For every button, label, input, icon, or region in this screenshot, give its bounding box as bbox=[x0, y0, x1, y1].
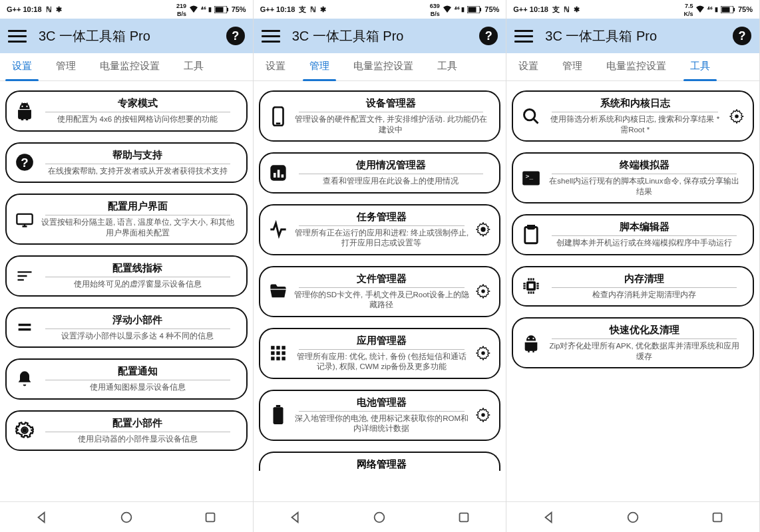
svg-rect-23 bbox=[282, 346, 285, 349]
svg-rect-28 bbox=[276, 357, 280, 360]
card-app-manager[interactable]: 应用管理器管理所有应用: 优化, 统计, 备份 (包括短信和通话记录), 权限,… bbox=[259, 328, 501, 379]
svg-point-49 bbox=[628, 512, 638, 522]
svg-rect-21 bbox=[271, 346, 274, 349]
card-configure-ui[interactable]: 配置用户界面设置按钮和分隔主题, 语言, 温度单位, 文字大小, 和其他用户界面… bbox=[5, 194, 248, 245]
cpu-icon bbox=[520, 275, 542, 297]
svg-point-40 bbox=[735, 114, 739, 118]
tab-battery[interactable]: 电量监控设置 bbox=[341, 53, 425, 80]
wifi-icon bbox=[443, 5, 452, 13]
svg-rect-37 bbox=[721, 7, 729, 12]
battery-icon bbox=[267, 404, 289, 426]
svg-point-8 bbox=[23, 428, 27, 433]
card-quick-optimize[interactable]: 快速优化及清理Zip对齐化处理所有APK, 优化数据库并清理系统和应用缓存 bbox=[512, 317, 754, 368]
nav-recent[interactable] bbox=[457, 510, 471, 525]
navbar bbox=[0, 501, 253, 532]
svg-rect-22 bbox=[276, 346, 280, 349]
card-file-manager[interactable]: 文件管理器管理你的SD卡文件, 手机文件及已Root设备上的隐藏路径 bbox=[259, 266, 501, 317]
settings-icon[interactable] bbox=[727, 107, 746, 126]
bluetooth-icon: ✱ bbox=[574, 5, 580, 14]
card-floating-widget[interactable]: 浮动小部件设置浮动小部件以显示多达 4 种不同的信息 bbox=[5, 307, 248, 348]
question-icon: ? bbox=[13, 151, 36, 174]
tab-battery[interactable]: 电量监控设置 bbox=[594, 53, 678, 80]
settings-icon[interactable] bbox=[474, 220, 492, 239]
menu-button[interactable] bbox=[8, 27, 27, 45]
tab-settings[interactable]: 设置 bbox=[506, 53, 550, 80]
menu-button[interactable] bbox=[262, 27, 280, 45]
tab-tools[interactable]: 工具 bbox=[678, 53, 722, 80]
card-network-manager[interactable]: 网络管理器 bbox=[259, 452, 501, 471]
equals-icon bbox=[13, 316, 36, 338]
nav-home[interactable] bbox=[372, 510, 387, 525]
tab-manage[interactable]: 管理 bbox=[297, 53, 341, 80]
help-button[interactable]: ? bbox=[733, 27, 751, 45]
svg-rect-26 bbox=[282, 351, 285, 354]
nfc-icon: ℕ bbox=[46, 5, 52, 14]
settings-icon[interactable] bbox=[474, 406, 492, 424]
nav-recent[interactable] bbox=[203, 510, 218, 525]
gear-outline-icon bbox=[13, 419, 36, 442]
tabs: 设置 管理 电量监控设置 工具 bbox=[254, 53, 506, 81]
card-help-support[interactable]: ? 帮助与支持在线搜索帮助, 支持开发者或从开发者获得技术支持 bbox=[5, 142, 248, 184]
svg-rect-13 bbox=[480, 8, 481, 11]
tab-tools[interactable]: 工具 bbox=[172, 53, 216, 80]
battery-percent: 75% bbox=[232, 5, 246, 13]
svg-rect-31 bbox=[276, 405, 280, 407]
svg-point-39 bbox=[524, 109, 535, 120]
wifi-icon bbox=[695, 5, 705, 13]
grid-icon bbox=[267, 342, 289, 364]
nav-back[interactable] bbox=[542, 510, 556, 525]
card-configure-notification[interactable]: 配置通知使用通知图标显示设备信息 bbox=[5, 358, 248, 400]
screen-settings: G++ 10:18 ℕ ✱ 219B/s ⁴⁶ ▮ 75% 3C 一体工具箱 P… bbox=[0, 0, 254, 532]
svg-rect-38 bbox=[733, 8, 735, 11]
nav-recent[interactable] bbox=[710, 510, 725, 525]
bluetooth-icon: ✱ bbox=[56, 5, 62, 14]
card-terminal[interactable]: >_ 终端模拟器在shell内运行现有的脚本或Linux命令, 保存或分享输出结… bbox=[512, 152, 754, 203]
tab-settings[interactable]: 设置 bbox=[0, 53, 44, 80]
screen-manage: G++ 10:18 支 ℕ ✱ 639B/s ⁴⁶ ▮ 75% 3C 一体工具箱… bbox=[254, 0, 507, 532]
app-header: 3C 一体工具箱 Pro ? bbox=[254, 19, 506, 53]
card-line-indicator[interactable]: 配置线指标使用始终可见的虚浮窗显示设备信息 bbox=[5, 255, 248, 297]
card-device-manager[interactable]: 设备管理器管理设备的硬件配置文件, 并安排维护活动. 此功能仍在建设中 bbox=[259, 90, 501, 142]
card-usage-manager[interactable]: 使用情况管理器查看和管理应用在此设备上的使用情况 bbox=[259, 152, 501, 194]
card-task-manager[interactable]: 任务管理器管理所有正在运行的应用和进程: 终止或强制停止, 打开应用日志或设置等 bbox=[259, 204, 501, 255]
svg-rect-32 bbox=[273, 407, 283, 424]
card-memory-clean[interactable]: 内存清理检查内存消耗并定期清理内存 bbox=[512, 266, 754, 307]
svg-rect-27 bbox=[271, 357, 274, 360]
tab-manage[interactable]: 管理 bbox=[44, 53, 88, 80]
status-bar: G++ 10:18 支 ℕ ✱ 7.5K/s ⁴⁶ ▮ 75% bbox=[506, 0, 759, 19]
svg-rect-17 bbox=[274, 173, 276, 178]
tab-settings[interactable]: 设置 bbox=[254, 53, 297, 80]
terminal-icon: >_ bbox=[520, 167, 542, 190]
card-battery-manager[interactable]: 电池管理器深入地管理你的电池, 使用标记来获取你的ROM和内详细统计数据 bbox=[259, 390, 501, 441]
svg-point-20 bbox=[482, 289, 486, 293]
nav-back[interactable] bbox=[35, 510, 49, 525]
help-button[interactable]: ? bbox=[479, 27, 498, 45]
svg-point-30 bbox=[482, 351, 486, 355]
nav-home[interactable] bbox=[626, 510, 640, 525]
screen-tools: G++ 10:18 支 ℕ ✱ 7.5K/s ⁴⁶ ▮ 75% 3C 一体工具箱… bbox=[506, 0, 760, 532]
settings-icon[interactable] bbox=[474, 344, 492, 362]
settings-icon[interactable] bbox=[474, 282, 492, 301]
card-system-logs[interactable]: 系统和内核日志使用筛选分析系统和内核日志, 搜索和分享结果 * 需Root * bbox=[512, 90, 754, 142]
card-expert-mode[interactable]: 专家模式使用配置为 4x6 的按钮网格访问你想要的功能 bbox=[5, 90, 248, 132]
help-button[interactable]: ? bbox=[226, 27, 245, 45]
svg-rect-50 bbox=[713, 513, 721, 521]
svg-rect-18 bbox=[277, 170, 280, 178]
svg-rect-19 bbox=[281, 174, 284, 178]
nav-home[interactable] bbox=[119, 510, 134, 525]
menu-button[interactable] bbox=[514, 27, 533, 45]
android-icon bbox=[520, 332, 542, 354]
svg-rect-10 bbox=[206, 513, 215, 521]
status-time: G++ 10:18 bbox=[7, 5, 42, 13]
svg-rect-25 bbox=[276, 351, 280, 354]
tab-tools[interactable]: 工具 bbox=[425, 53, 469, 80]
tab-manage[interactable]: 管理 bbox=[550, 53, 594, 80]
status-bar: G++ 10:18 ℕ ✱ 219B/s ⁴⁶ ▮ 75% bbox=[0, 0, 253, 19]
nav-back[interactable] bbox=[288, 510, 303, 525]
svg-point-3 bbox=[21, 106, 23, 107]
tabs: 设置 管理 电量监控设置 工具 bbox=[506, 53, 759, 81]
list-manage: 设备管理器管理设备的硬件配置文件, 并安排维护活动. 此功能仍在建设中 使用情况… bbox=[254, 81, 506, 501]
card-script-editor[interactable]: 脚本编辑器创建脚本并开机运行或在终端模拟程序中手动运行 bbox=[512, 214, 754, 255]
card-configure-widget[interactable]: 配置小部件使用启动器的小部件显示设备信息 bbox=[5, 410, 248, 452]
tab-battery[interactable]: 电量监控设置 bbox=[88, 53, 172, 80]
